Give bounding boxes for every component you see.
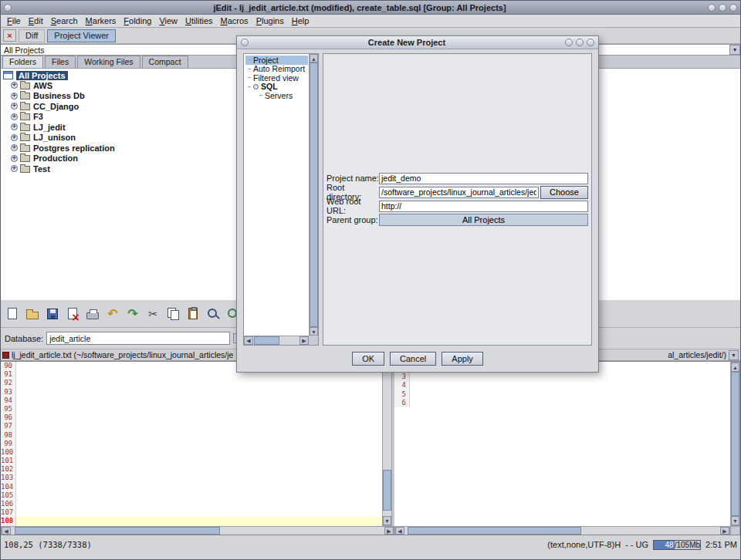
memory-gauge[interactable]: 48 /105Mb [653,540,701,550]
expand-icon[interactable]: + [11,134,18,141]
copy[interactable] [164,305,182,323]
pv-tab[interactable]: Files [45,56,76,68]
diff-dock-button[interactable]: Diff [19,29,45,42]
new-file[interactable] [3,305,22,323]
dialog-maximize-button[interactable] [576,39,584,46]
scroll-track[interactable] [383,372,391,516]
scroll-left-icon[interactable]: ◀ [244,336,253,345]
status-flags[interactable]: - - UG [625,540,648,549]
scroll-track[interactable] [404,527,720,535]
window-menu-icon[interactable] [4,4,12,12]
pv-tab[interactable]: Compact [142,56,188,68]
folder-icon [20,103,30,110]
root-directory-input[interactable] [379,187,539,198]
menu-item[interactable]: Folding [120,15,155,26]
pv-tab[interactable]: Working Files [77,56,140,68]
pv-tab[interactable]: Folders [2,56,43,68]
project-viewer-dock-button[interactable]: Project Viewer [47,29,116,42]
dialog-close-button[interactable] [587,39,594,46]
dialog-tree-item[interactable]: Servers [245,91,308,100]
scroll-thumb[interactable] [383,470,391,510]
web-root-url-input[interactable] [379,201,588,212]
dialog-tree-item[interactable]: SQL [245,83,308,92]
editor-line: 95 data as CSV or tab format or as INSER… [1,405,382,413]
expand-icon[interactable]: + [11,123,18,130]
expand-icon[interactable]: + [11,113,18,120]
menu-item[interactable]: View [155,15,181,26]
scroll-track[interactable] [731,372,739,516]
buffer-mode-info[interactable]: (text,none,UTF-8)H [547,540,621,549]
dialog-minimize-button[interactable] [565,39,573,46]
scroll-down-icon[interactable]: ▼ [383,516,391,525]
cancel-button[interactable]: Cancel [390,352,436,366]
expand-icon[interactable]: + [11,155,18,162]
scroll-track[interactable] [11,527,384,535]
choose-button[interactable]: Choose [540,186,588,199]
scroll-right-icon[interactable]: ▶ [720,527,729,535]
print[interactable] [83,305,102,323]
window-title: jEdit - lj_jedit_article.txt (modified),… [15,3,705,12]
chevron-down-icon[interactable]: ▼ [729,350,739,360]
scroll-track[interactable] [310,62,318,327]
scroll-left-icon[interactable]: ◀ [395,527,404,535]
scroll-up-icon[interactable]: ▲ [310,54,318,62]
dock-close-button[interactable]: × [3,29,16,42]
scroll-thumb[interactable] [408,527,581,535]
dialog-tree-item[interactable]: Filtered view [245,73,308,83]
close-button[interactable] [729,4,737,12]
line-text [16,474,382,482]
scroll-thumb[interactable] [15,527,220,535]
text-area-left[interactable]: 90 syntax highlighting prompted by the u… [1,362,382,526]
cut[interactable] [144,305,162,323]
project-name-input[interactable] [379,173,588,184]
open-file[interactable] [23,305,42,323]
dialog-tree-item[interactable]: Auto Reimport [245,65,308,74]
line-number: 105 [1,491,16,500]
expand-icon[interactable]: + [11,144,18,151]
menu-item[interactable]: Macros [217,15,252,26]
menu-item[interactable]: Plugins [252,15,288,26]
dialog-tree-item[interactable]: Project [245,56,308,65]
buffer-dirty-icon [2,352,9,359]
parent-group-button[interactable]: All Projects [379,214,588,226]
dialog-menu-icon[interactable] [241,39,249,46]
left-vertical-scrollbar[interactable]: ▲ ▼ [382,362,392,526]
menu-item[interactable]: Help [288,15,313,26]
scroll-thumb[interactable] [731,372,739,516]
menu-item[interactable]: Edit [25,15,47,26]
scroll-down-icon[interactable]: ▼ [310,327,318,336]
menu-item[interactable]: Search [47,15,82,26]
dialog-tree-horizontal-scrollbar[interactable]: ◀ ▶ [244,336,309,345]
undo[interactable] [103,305,122,323]
scroll-left-icon[interactable]: ◀ [2,527,11,535]
scroll-right-icon[interactable]: ▶ [384,527,394,535]
scroll-up-icon[interactable]: ▲ [731,363,739,372]
chevron-down-icon[interactable]: ▼ [729,45,740,55]
menu-item[interactable]: File [3,15,25,26]
expand-icon[interactable]: + [11,82,18,89]
scroll-down-icon[interactable]: ▼ [731,516,739,525]
apply-button[interactable]: Apply [442,352,483,366]
expand-icon[interactable]: + [11,165,18,172]
expand-icon[interactable]: + [11,103,18,110]
menu-item[interactable]: Markers [82,15,120,26]
scroll-track[interactable] [253,336,299,345]
maximize-button[interactable] [719,4,726,12]
save-file[interactable] [43,305,62,323]
expand-icon[interactable]: + [11,93,18,100]
database-combobox[interactable]: jedit_article [46,332,230,345]
scroll-right-icon[interactable]: ▶ [299,336,309,345]
text-area-right[interactable]: 2 CREATE TABLE test_table (id integer, f… [394,362,730,526]
close-buffer[interactable] [63,305,82,323]
scroll-thumb[interactable] [310,62,318,327]
expand-icon[interactable] [253,84,259,89]
right-vertical-scrollbar[interactable]: ▲ ▼ [730,362,740,526]
ok-button[interactable]: OK [352,352,384,366]
scroll-thumb[interactable] [254,336,279,345]
redo[interactable] [124,305,142,323]
minimize-button[interactable] [708,4,716,12]
menu-item[interactable]: Utilities [181,15,216,26]
paste[interactable] [184,305,202,323]
find[interactable] [204,305,222,323]
dialog-tree-vertical-scrollbar[interactable]: ▲ ▼ [309,54,318,336]
